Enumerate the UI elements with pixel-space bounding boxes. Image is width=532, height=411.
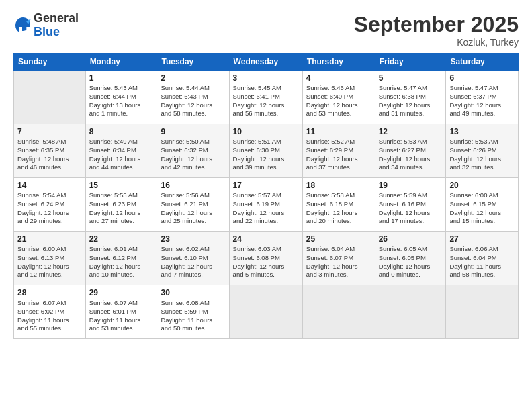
calendar: Sunday Monday Tuesday Wednesday Thursday… bbox=[13, 53, 519, 339]
day-number: 22 bbox=[89, 234, 154, 244]
day-info: Sunrise: 6:02 AM Sunset: 6:10 PM Dayligh… bbox=[161, 245, 225, 279]
day-cell: 15Sunrise: 5:55 AM Sunset: 6:23 PM Dayli… bbox=[85, 178, 157, 232]
week-row-2: 14Sunrise: 5:54 AM Sunset: 6:24 PM Dayli… bbox=[14, 178, 519, 232]
day-number: 28 bbox=[17, 288, 82, 298]
page: General Blue September 2025 Kozluk, Turk… bbox=[0, 0, 532, 411]
day-cell: 29Sunrise: 6:07 AM Sunset: 6:01 PM Dayli… bbox=[85, 285, 157, 339]
day-cell: 6Sunrise: 5:47 AM Sunset: 6:37 PM Daylig… bbox=[446, 71, 519, 124]
day-number: 10 bbox=[233, 127, 299, 136]
day-info: Sunrise: 5:48 AM Sunset: 6:35 PM Dayligh… bbox=[17, 138, 82, 172]
day-cell: 4Sunrise: 5:46 AM Sunset: 6:40 PM Daylig… bbox=[302, 71, 375, 124]
day-info: Sunrise: 5:58 AM Sunset: 6:18 PM Dayligh… bbox=[306, 191, 371, 226]
day-cell: 5Sunrise: 5:47 AM Sunset: 6:38 PM Daylig… bbox=[375, 71, 446, 124]
calendar-header: Sunday Monday Tuesday Wednesday Thursday… bbox=[14, 54, 519, 71]
calendar-body: 1Sunrise: 5:43 AM Sunset: 6:44 PM Daylig… bbox=[14, 71, 519, 339]
day-info: Sunrise: 6:01 AM Sunset: 6:12 PM Dayligh… bbox=[89, 245, 154, 279]
day-info: Sunrise: 5:57 AM Sunset: 6:19 PM Dayligh… bbox=[233, 191, 299, 226]
day-number: 24 bbox=[233, 234, 299, 244]
col-friday: Friday bbox=[375, 54, 446, 71]
month-title: September 2025 bbox=[354, 12, 519, 37]
day-cell: 18Sunrise: 5:58 AM Sunset: 6:18 PM Dayli… bbox=[302, 178, 375, 232]
day-number: 3 bbox=[233, 73, 299, 83]
day-number: 16 bbox=[161, 181, 225, 190]
day-cell: 25Sunrise: 6:04 AM Sunset: 6:07 PM Dayli… bbox=[302, 232, 375, 285]
title-section: September 2025 Kozluk, Turkey bbox=[354, 12, 519, 48]
day-cell: 12Sunrise: 5:53 AM Sunset: 6:27 PM Dayli… bbox=[375, 124, 446, 178]
day-number: 21 bbox=[17, 234, 82, 244]
day-info: Sunrise: 6:03 AM Sunset: 6:08 PM Dayligh… bbox=[233, 245, 299, 279]
day-number: 1 bbox=[89, 73, 154, 83]
week-row-4: 28Sunrise: 6:07 AM Sunset: 6:02 PM Dayli… bbox=[14, 285, 519, 339]
day-info: Sunrise: 5:59 AM Sunset: 6:16 PM Dayligh… bbox=[379, 191, 443, 226]
day-cell: 26Sunrise: 6:05 AM Sunset: 6:05 PM Dayli… bbox=[375, 232, 446, 285]
day-number: 17 bbox=[233, 181, 299, 190]
day-cell: 20Sunrise: 6:00 AM Sunset: 6:15 PM Dayli… bbox=[446, 178, 519, 232]
day-cell: 9Sunrise: 5:50 AM Sunset: 6:32 PM Daylig… bbox=[157, 124, 229, 178]
day-number: 12 bbox=[379, 127, 443, 136]
day-cell bbox=[446, 285, 519, 339]
day-cell: 8Sunrise: 5:49 AM Sunset: 6:34 PM Daylig… bbox=[85, 124, 157, 178]
day-info: Sunrise: 6:06 AM Sunset: 6:04 PM Dayligh… bbox=[449, 245, 515, 279]
day-info: Sunrise: 5:53 AM Sunset: 6:27 PM Dayligh… bbox=[379, 138, 443, 172]
day-info: Sunrise: 6:04 AM Sunset: 6:07 PM Dayligh… bbox=[306, 245, 371, 279]
day-cell: 28Sunrise: 6:07 AM Sunset: 6:02 PM Dayli… bbox=[14, 285, 86, 339]
day-info: Sunrise: 5:45 AM Sunset: 6:41 PM Dayligh… bbox=[233, 84, 299, 118]
day-info: Sunrise: 5:56 AM Sunset: 6:21 PM Dayligh… bbox=[161, 191, 225, 226]
day-cell bbox=[14, 71, 86, 124]
day-cell: 16Sunrise: 5:56 AM Sunset: 6:21 PM Dayli… bbox=[157, 178, 229, 232]
col-wednesday: Wednesday bbox=[229, 54, 302, 71]
logo-text: General Blue bbox=[34, 12, 79, 39]
day-cell bbox=[229, 285, 302, 339]
day-cell: 10Sunrise: 5:51 AM Sunset: 6:30 PM Dayli… bbox=[229, 124, 302, 178]
day-info: Sunrise: 6:00 AM Sunset: 6:13 PM Dayligh… bbox=[17, 245, 82, 279]
day-info: Sunrise: 5:47 AM Sunset: 6:38 PM Dayligh… bbox=[379, 84, 443, 118]
day-number: 11 bbox=[306, 127, 371, 136]
day-cell: 30Sunrise: 6:08 AM Sunset: 5:59 PM Dayli… bbox=[157, 285, 229, 339]
day-info: Sunrise: 5:43 AM Sunset: 6:44 PM Dayligh… bbox=[89, 84, 154, 118]
header: General Blue September 2025 Kozluk, Turk… bbox=[13, 12, 519, 48]
day-cell: 22Sunrise: 6:01 AM Sunset: 6:12 PM Dayli… bbox=[85, 232, 157, 285]
day-info: Sunrise: 5:52 AM Sunset: 6:29 PM Dayligh… bbox=[306, 138, 371, 172]
day-info: Sunrise: 5:44 AM Sunset: 6:43 PM Dayligh… bbox=[161, 84, 225, 118]
day-number: 27 bbox=[449, 234, 515, 244]
day-info: Sunrise: 5:51 AM Sunset: 6:30 PM Dayligh… bbox=[233, 138, 299, 172]
day-number: 15 bbox=[89, 181, 154, 190]
day-number: 25 bbox=[306, 234, 371, 244]
day-cell: 1Sunrise: 5:43 AM Sunset: 6:44 PM Daylig… bbox=[85, 71, 157, 124]
day-info: Sunrise: 6:00 AM Sunset: 6:15 PM Dayligh… bbox=[449, 191, 515, 226]
day-cell: 21Sunrise: 6:00 AM Sunset: 6:13 PM Dayli… bbox=[14, 232, 86, 285]
col-tuesday: Tuesday bbox=[157, 54, 229, 71]
header-row: Sunday Monday Tuesday Wednesday Thursday… bbox=[14, 54, 519, 71]
week-row-3: 21Sunrise: 6:00 AM Sunset: 6:13 PM Dayli… bbox=[14, 232, 519, 285]
day-number: 4 bbox=[306, 73, 371, 83]
day-cell: 13Sunrise: 5:53 AM Sunset: 6:26 PM Dayli… bbox=[446, 124, 519, 178]
day-number: 14 bbox=[17, 181, 82, 190]
day-number: 6 bbox=[449, 73, 515, 83]
week-row-1: 7Sunrise: 5:48 AM Sunset: 6:35 PM Daylig… bbox=[14, 124, 519, 178]
day-info: Sunrise: 5:50 AM Sunset: 6:32 PM Dayligh… bbox=[161, 138, 225, 172]
day-info: Sunrise: 5:49 AM Sunset: 6:34 PM Dayligh… bbox=[89, 138, 154, 172]
week-row-0: 1Sunrise: 5:43 AM Sunset: 6:44 PM Daylig… bbox=[14, 71, 519, 124]
day-info: Sunrise: 6:08 AM Sunset: 5:59 PM Dayligh… bbox=[161, 299, 225, 333]
col-monday: Monday bbox=[85, 54, 157, 71]
day-number: 5 bbox=[379, 73, 443, 83]
day-number: 23 bbox=[161, 234, 225, 244]
day-number: 30 bbox=[161, 288, 225, 298]
day-cell: 17Sunrise: 5:57 AM Sunset: 6:19 PM Dayli… bbox=[229, 178, 302, 232]
day-number: 13 bbox=[449, 127, 515, 136]
day-cell: 23Sunrise: 6:02 AM Sunset: 6:10 PM Dayli… bbox=[157, 232, 229, 285]
day-cell: 3Sunrise: 5:45 AM Sunset: 6:41 PM Daylig… bbox=[229, 71, 302, 124]
day-info: Sunrise: 5:54 AM Sunset: 6:24 PM Dayligh… bbox=[17, 191, 82, 226]
day-number: 8 bbox=[89, 127, 154, 136]
day-info: Sunrise: 5:53 AM Sunset: 6:26 PM Dayligh… bbox=[449, 138, 515, 172]
col-sunday: Sunday bbox=[14, 54, 86, 71]
day-number: 20 bbox=[449, 181, 515, 190]
day-info: Sunrise: 6:07 AM Sunset: 6:01 PM Dayligh… bbox=[89, 299, 154, 333]
day-number: 29 bbox=[89, 288, 154, 298]
logo-blue: Blue bbox=[34, 26, 79, 39]
day-cell: 27Sunrise: 6:06 AM Sunset: 6:04 PM Dayli… bbox=[446, 232, 519, 285]
day-cell: 14Sunrise: 5:54 AM Sunset: 6:24 PM Dayli… bbox=[14, 178, 86, 232]
day-cell: 19Sunrise: 5:59 AM Sunset: 6:16 PM Dayli… bbox=[375, 178, 446, 232]
day-cell: 7Sunrise: 5:48 AM Sunset: 6:35 PM Daylig… bbox=[14, 124, 86, 178]
logo-icon bbox=[13, 16, 32, 35]
